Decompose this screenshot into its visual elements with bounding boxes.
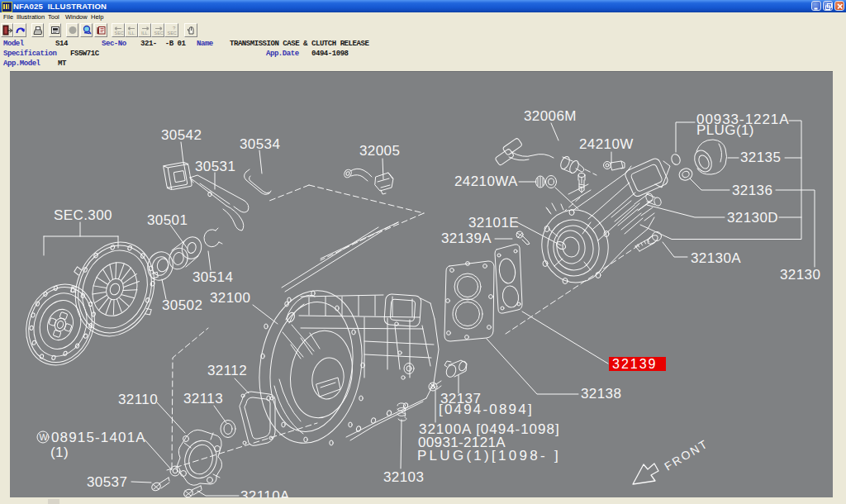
svg-text:32113: 32113 [183, 391, 223, 407]
svg-text:32130A: 32130A [691, 250, 741, 266]
svg-text:32100: 32100 [210, 290, 250, 306]
svg-text:08915-1401A: 08915-1401A [51, 430, 145, 445]
svg-text:32110: 32110 [118, 392, 158, 407]
svg-text:32139A: 32139A [441, 231, 492, 246]
svg-text:30501: 30501 [147, 212, 188, 228]
svg-text:32136: 32136 [732, 183, 772, 198]
svg-text:30502: 30502 [162, 297, 202, 313]
svg-text:SEC.300: SEC.300 [54, 207, 112, 223]
svg-text:32130: 32130 [780, 267, 820, 283]
svg-text:32006M: 32006M [524, 108, 577, 124]
svg-text:(1): (1) [50, 445, 69, 460]
svg-text:24210WA: 24210WA [454, 174, 518, 189]
svg-text:32101E: 32101E [468, 215, 519, 231]
svg-text:32110A: 32110A [240, 488, 290, 498]
svg-text:PLUG(1): PLUG(1) [696, 122, 754, 138]
svg-text:W: W [40, 432, 49, 442]
svg-text:FRONT: FRONT [662, 436, 711, 473]
svg-text:32103: 32103 [383, 469, 424, 485]
svg-text:32130D: 32130D [727, 210, 778, 226]
svg-text:30537: 30537 [87, 474, 127, 490]
svg-text:30514: 30514 [192, 269, 233, 285]
svg-text:30542: 30542 [161, 127, 202, 143]
svg-text:30531: 30531 [195, 159, 235, 174]
svg-text:32005: 32005 [359, 143, 400, 159]
svg-text:32139: 32139 [612, 357, 658, 371]
svg-text:24210W: 24210W [579, 136, 634, 152]
svg-text:32135: 32135 [740, 150, 781, 165]
svg-text:32138: 32138 [581, 386, 621, 402]
svg-text:30534: 30534 [240, 136, 280, 152]
svg-text:32112: 32112 [207, 363, 247, 378]
